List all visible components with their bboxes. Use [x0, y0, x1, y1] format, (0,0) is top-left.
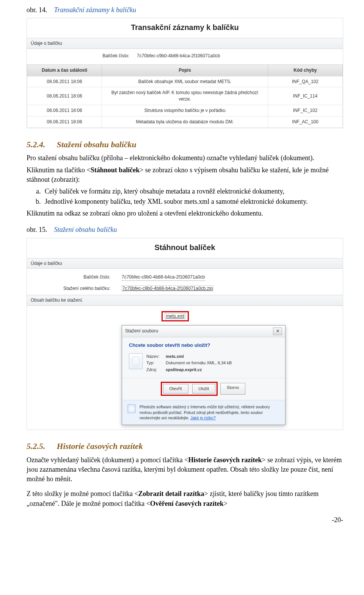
section-number: 5.2.5.: [27, 441, 46, 452]
figure-caption-15: obr. 15. Stažení obsahu balíčku: [27, 225, 343, 235]
file-icon: [129, 353, 143, 369]
download-full-label: Stažení celého balíčku:: [27, 285, 122, 292]
risk-link[interactable]: Jaké je riziko?: [190, 416, 216, 420]
dialog-title: Stažení souboru: [125, 328, 158, 334]
transaction-records-panel: Transakční záznamy k balíčku Údaje o bal…: [27, 18, 343, 128]
mets-link-highlight: mets.xml: [27, 309, 343, 321]
open-button[interactable]: Otevřít: [163, 384, 188, 394]
paragraph: Kliknutím na tlačítko <Stáhnout balíček>…: [27, 165, 343, 184]
ordered-list: Celý balíček ve formátu zip, který obsah…: [29, 187, 343, 206]
table-row: 08.06.2011 18:06 Metadata byla uložena d…: [27, 116, 343, 128]
close-button[interactable]: ✕: [273, 327, 282, 335]
page-number: -20-: [27, 515, 343, 525]
package-number-value: 7c70bfec-c9b0-4b88-b4ca-2f106071a0cb: [137, 53, 343, 59]
paragraph: Pro stažení obsahu balíčku (příloha – el…: [27, 153, 343, 163]
dialog-prompt: Chcete soubor otevřít nebo uložit?: [122, 337, 285, 350]
package-number-row: Balíček číslo: 7c70bfec-c9b0-4b88-b4ca-2…: [27, 49, 343, 65]
shield-icon: [127, 404, 136, 413]
section-header-contents: Obsah balíčku ke stažení.: [27, 295, 343, 306]
panel-title: Stáhnout balíček: [27, 238, 343, 258]
package-number-label: Balíček číslo:: [27, 53, 137, 59]
section-header-package-details: Údaje o balíčku: [27, 258, 343, 269]
package-number-value: 7c70bfec-c9b0-4b88-b4ca-2f106071a0cb: [122, 274, 205, 281]
section-525-heading: 5.2.5. Historie časových razítek: [27, 441, 343, 452]
section-number: 5.2.4.: [27, 139, 46, 151]
col-errorcode: Kód chyby: [268, 65, 343, 76]
table-row: 08.06.2011 18:06 Struktura vstupního bal…: [27, 105, 343, 116]
figure-title: Transakční záznamy k balíčku: [54, 6, 136, 14]
section-524-heading: 5.2.4. Stažení obsahu balíčku: [27, 139, 343, 151]
col-datetime: Datum a čas události: [27, 65, 102, 76]
file-metadata: Název: mets.xml Typ: Dokument ve formátu…: [146, 353, 232, 373]
col-description: Popis: [102, 65, 268, 76]
table-row: 08.06.2011 18:06 Byl založen nový balíče…: [27, 87, 343, 105]
file-download-dialog: Stažení souboru ✕ Chcete soubor otevřít …: [122, 325, 286, 425]
paragraph: Označte vyhledaný balíček (dokument) a p…: [27, 455, 343, 484]
section-title: Historie časových razítek: [57, 441, 143, 452]
mets-xml-link[interactable]: mets.xml: [162, 311, 189, 321]
cancel-button[interactable]: Storno: [220, 383, 245, 395]
panel-title: Transakční záznamy k balíčku: [27, 18, 343, 38]
transactions-table: Datum a čas události Popis Kód chyby 08.…: [27, 65, 343, 128]
figure-title: Stažení obsahu balíčku: [54, 226, 117, 233]
paragraph: Kliknutím na odkaz se zobrazí okno pro u…: [27, 209, 343, 218]
figure-caption-14: obr. 14. Transakční záznamy k balíčku: [27, 5, 343, 15]
table-row: 08.06.2011 18:06 Balíček obsahuje XML so…: [27, 76, 343, 87]
section-title: Stažení obsahu balíčku: [57, 139, 136, 151]
security-warning: Přestože software stažený z Internetu mů…: [140, 404, 280, 421]
list-item: Jednotlivé komponenty balíčku, tedy XML …: [42, 197, 343, 206]
save-button[interactable]: Uložit: [192, 384, 216, 394]
package-number-label: Balíček číslo:: [27, 274, 122, 281]
section-header-package-details: Údaje o balíčku: [27, 38, 343, 49]
download-package-panel: Stáhnout balíček Údaje o balíčku Balíček…: [27, 238, 343, 430]
figure-number: obr. 14.: [27, 6, 47, 14]
download-full-link[interactable]: 7c70bfec-c9b0-4b88-b4ca-2f106071a0cb.zip: [122, 285, 343, 292]
paragraph: Z této složky je možné pomocí tlačítka <…: [27, 489, 343, 508]
list-item: Celý balíček ve formátu zip, který obsah…: [42, 187, 343, 196]
figure-number: obr. 15.: [27, 226, 47, 233]
